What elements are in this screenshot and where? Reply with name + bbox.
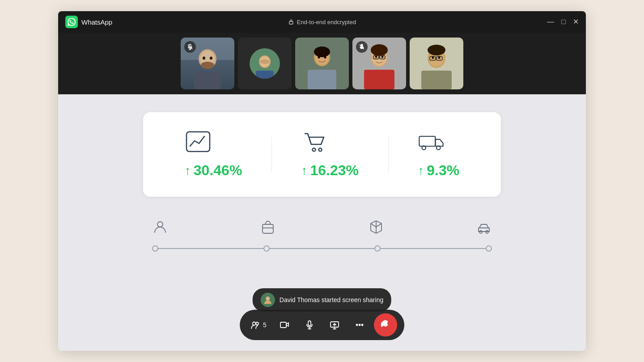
svg-point-53 [486,231,488,233]
svg-point-22 [324,56,326,59]
svg-point-50 [157,222,163,227]
toast-avatar [261,293,275,307]
mic-off-icon-4 [359,44,365,50]
svg-point-19 [314,46,330,57]
svg-point-56 [256,322,258,325]
participant-thumb-2[interactable] [238,38,292,89]
lock-icon [288,19,294,25]
app-title: WhatsApp [81,18,112,26]
participant-thumb-1[interactable] [181,38,234,89]
svg-point-55 [253,322,256,325]
svg-rect-1 [289,21,293,24]
svg-point-62 [356,324,357,326]
end-call-icon [381,320,390,330]
cart-icon [301,130,328,155]
stat-value-1: ↑ 30.46% [185,162,242,179]
timeline-dot-3 [374,245,381,252]
minimize-button[interactable]: — [547,18,554,25]
mic-off-icon-1 [187,44,193,50]
toast-message: David Thomas started screen sharing [280,296,383,303]
svg-point-46 [318,148,322,152]
svg-rect-20 [308,70,336,89]
svg-rect-57 [280,322,286,328]
svg-rect-51 [263,224,273,233]
svg-point-21 [318,56,320,59]
svg-point-40 [428,45,445,55]
whatsapp-logo [65,16,78,28]
svg-point-15 [260,59,270,64]
person-icon [152,219,168,237]
mute-badge-1 [184,41,196,53]
svg-point-6 [201,62,214,69]
video-button[interactable] [274,314,295,336]
participant-thumb-3[interactable] [295,38,349,89]
svg-point-43 [438,57,441,59]
svg-point-64 [361,324,363,326]
participant-video-5 [410,38,463,89]
david-thomas-avatar [250,48,280,79]
titlebar: WhatsApp End-to-end endcrypted — □ ✕ [58,11,586,33]
maximize-button[interactable]: □ [561,18,566,25]
screen-share-button[interactable] [324,314,345,336]
car-icon [476,219,492,237]
chart-icon [185,130,212,155]
timeline-dot-1 [152,245,158,252]
participants-button[interactable]: 5 [247,320,270,330]
timeline-dot-4 [486,245,492,252]
svg-point-45 [312,148,315,152]
svg-point-29 [371,44,388,56]
svg-rect-0 [65,16,78,28]
svg-rect-41 [421,71,452,89]
screen-share-toast: David Thomas started screen sharing [253,288,391,311]
svg-point-32 [381,56,384,58]
more-button[interactable] [349,314,370,336]
screen-area: ↑ 30.46% ↑ 16.23% [58,94,586,351]
screen-share-icon [330,320,339,330]
timeline-dots [152,245,492,252]
window-controls: — □ ✕ [547,18,579,25]
stat-divider-2 [388,137,389,173]
timeline-track [143,244,501,253]
stats-card: ↑ 30.46% ↑ 16.23% [143,112,501,197]
stat-divider-1 [271,137,272,173]
svg-rect-7 [194,72,221,89]
svg-rect-14 [256,71,274,79]
svg-rect-30 [364,70,394,89]
timeline-area [143,219,501,253]
stat-item-2: ↑ 16.23% [301,130,359,179]
participants-count: 5 [263,321,267,328]
stat-item-3: ↑ 9.3% [418,130,459,179]
participant-thumb-5[interactable] [410,38,463,89]
truck-icon [418,130,445,155]
svg-rect-58 [308,321,311,326]
timeline-dot-2 [263,245,270,252]
svg-point-31 [375,56,377,58]
svg-rect-47 [419,136,436,146]
timeline-icons [143,219,501,237]
svg-point-52 [479,231,482,233]
participant-bar [58,33,586,94]
participants-icon [250,320,260,330]
svg-point-42 [432,57,434,59]
stat-value-2: ↑ 16.23% [301,162,359,179]
participant-video-3 [295,38,349,89]
mute-badge-4 [356,41,368,53]
video-icon [280,320,289,330]
app-window: WhatsApp End-to-end endcrypted — □ ✕ [58,11,586,351]
stat-item-1: ↑ 30.46% [185,130,242,179]
stat-value-3: ↑ 9.3% [418,162,459,179]
call-controls: 5 [240,310,404,340]
mic-icon [305,320,314,330]
svg-point-8 [203,57,205,60]
svg-rect-44 [186,132,210,152]
end-call-button[interactable] [374,313,397,337]
svg-point-54 [266,297,270,301]
mic-button[interactable] [299,314,320,336]
bag-icon [260,219,276,237]
svg-point-63 [359,324,360,326]
close-button[interactable]: ✕ [573,18,579,25]
box-icon [368,219,384,237]
encryption-badge: End-to-end endcrypted [288,19,356,25]
participant-thumb-4[interactable] [352,38,406,89]
encryption-label: End-to-end endcrypted [297,19,356,25]
